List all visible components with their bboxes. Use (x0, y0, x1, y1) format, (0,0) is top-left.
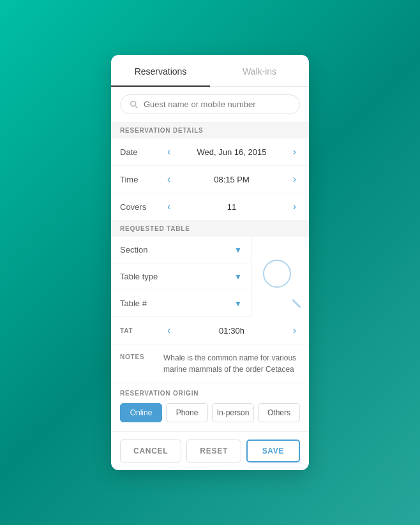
tat-row: TAT ‹ 01:30h › (111, 317, 309, 344)
tat-next-button[interactable]: › (289, 324, 300, 337)
search-box (120, 94, 300, 114)
origin-phone-button[interactable]: Phone (166, 403, 208, 422)
table-type-dropdown[interactable]: Table type ▼ (111, 263, 251, 290)
reservation-origin-section: RESERVATION ORIGIN Online Phone In-perso… (111, 383, 309, 432)
covers-value: 11 (174, 202, 289, 212)
tab-walkins[interactable]: Walk-ins (210, 55, 309, 86)
time-next-button[interactable]: › (289, 173, 300, 186)
time-controls: ‹ 08:15 PM › (163, 173, 300, 186)
covers-prev-button[interactable]: ‹ (163, 200, 174, 213)
section-chevron-icon: ▼ (234, 246, 242, 255)
tat-prev-button[interactable]: ‹ (163, 324, 174, 337)
origin-buttons: Online Phone In-person Others (120, 403, 300, 422)
search-input[interactable] (144, 100, 290, 109)
date-next-button[interactable]: › (289, 145, 300, 158)
section-label: Section (120, 245, 147, 255)
date-value: Wed, Jun 16, 2015 (174, 147, 289, 157)
date-row: Date ‹ Wed, Jun 16, 2015 › (111, 138, 309, 166)
covers-row: Covers ‹ 11 › (111, 193, 309, 221)
origin-online-button[interactable]: Online (120, 403, 162, 422)
svg-line-1 (135, 106, 137, 108)
search-preview-handle (292, 299, 301, 308)
table-number-chevron-icon: ▼ (234, 299, 242, 308)
requested-table-header: REQUESTED TABLE (111, 221, 309, 237)
reset-button[interactable]: RESET (186, 440, 241, 462)
time-value: 08:15 PM (174, 175, 289, 184)
time-row: Time ‹ 08:15 PM › (111, 166, 309, 193)
covers-label: Covers (120, 202, 163, 212)
time-prev-button[interactable]: ‹ (163, 173, 174, 186)
search-preview-circle (263, 260, 291, 288)
date-label: Date (120, 147, 163, 157)
notes-text: Whale is the common name for various mar… (163, 352, 300, 375)
table-number-label: Table # (120, 299, 147, 308)
origin-others-button[interactable]: Others (258, 403, 300, 422)
search-section (111, 87, 309, 122)
save-button[interactable]: SAVE (246, 440, 300, 462)
svg-point-0 (131, 101, 136, 106)
table-type-chevron-icon: ▼ (234, 272, 242, 281)
search-icon (130, 100, 139, 109)
requested-table-content: Section ▼ Table type ▼ Table # ▼ (111, 237, 309, 317)
tat-label: TAT (120, 327, 163, 334)
tab-reservations[interactable]: Reservations (111, 55, 210, 87)
tat-controls: ‹ 01:30h › (163, 324, 300, 337)
reservation-card: Reservations Walk-ins RESERVATION DETAIL… (111, 55, 309, 470)
tab-bar: Reservations Walk-ins (111, 55, 309, 87)
table-number-dropdown[interactable]: Table # ▼ (111, 290, 251, 317)
time-label: Time (120, 175, 163, 184)
reservation-origin-header: RESERVATION ORIGIN (120, 390, 300, 397)
notes-label: NOTES (120, 352, 163, 375)
covers-controls: ‹ 11 › (163, 200, 300, 213)
section-dropdown[interactable]: Section ▼ (111, 237, 251, 263)
date-prev-button[interactable]: ‹ (163, 145, 174, 158)
notes-row: NOTES Whale is the common name for vario… (111, 344, 309, 383)
reservation-details-header: RESERVATION DETAILS (111, 122, 309, 138)
tat-value: 01:30h (174, 326, 289, 336)
date-controls: ‹ Wed, Jun 16, 2015 › (163, 145, 300, 158)
table-search-preview (251, 237, 309, 317)
dropdowns-col: Section ▼ Table type ▼ Table # ▼ (111, 237, 251, 317)
table-type-label: Table type (120, 272, 158, 281)
covers-next-button[interactable]: › (289, 200, 300, 213)
action-buttons-row: CANCEL RESET SAVE (111, 432, 309, 470)
origin-inperson-button[interactable]: In-person (212, 403, 254, 422)
cancel-button[interactable]: CANCEL (120, 440, 181, 462)
